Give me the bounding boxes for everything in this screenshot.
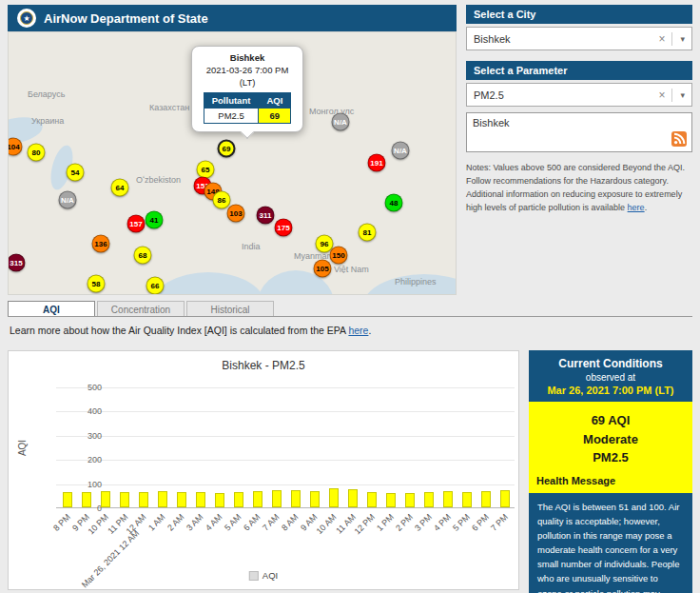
aqi-bar[interactable]: [424, 492, 434, 507]
map-country-label: Казахстан: [149, 103, 189, 112]
aqi-bar[interactable]: [348, 489, 358, 507]
map-aqi-marker[interactable]: 68: [134, 247, 152, 265]
map-aqi-marker[interactable]: 81: [359, 224, 377, 242]
x-axis-tick-label: 7 PM: [489, 512, 510, 533]
x-axis-tick-label: 9 PM: [70, 512, 91, 533]
learn-more-text: Learn more about how the Air Quality Ind…: [10, 325, 371, 336]
map-aqi-marker[interactable]: 54: [67, 164, 85, 182]
aqi-bar[interactable]: [500, 490, 510, 507]
aqi-bar[interactable]: [63, 492, 72, 507]
aqi-bar[interactable]: [234, 492, 243, 507]
aqi-bar[interactable]: [215, 493, 224, 507]
tab-historical[interactable]: Historical: [186, 301, 274, 317]
map-aqi-marker[interactable]: 315: [8, 254, 26, 272]
city-select-value: Bishkek: [474, 33, 511, 45]
map-popup: Bishkek 2021-03-26 7:00 PM (LT) Pollutan…: [191, 46, 303, 132]
city-feed-value: Bishkek: [473, 117, 510, 128]
clear-icon[interactable]: ×: [652, 89, 672, 102]
cc-observed-label: observed at: [533, 372, 689, 383]
map-aqi-marker[interactable]: 41: [146, 211, 164, 229]
aqi-bar[interactable]: [101, 491, 110, 507]
cc-title: Current Conditions: [533, 357, 689, 370]
x-axis-tick-label: 1 AM: [146, 512, 167, 533]
map-aqi-marker[interactable]: N/A: [392, 142, 410, 160]
map-aqi-marker[interactable]: 175: [275, 219, 293, 237]
x-axis-tick-label: 2 PM: [394, 512, 415, 533]
aqi-bar[interactable]: [386, 493, 396, 507]
aqi-bar[interactable]: [405, 493, 415, 507]
aqi-map[interactable]: БеларусьУкраинаКазахстанМонгол улсOʻzbek…: [8, 31, 457, 295]
aqi-bar[interactable]: [272, 490, 282, 507]
aqi-bar[interactable]: [82, 492, 91, 507]
legend-label: AQI: [262, 570, 278, 581]
clear-icon[interactable]: ×: [652, 32, 672, 46]
dos-seal-inner: ★: [20, 11, 33, 25]
x-axis-date-label: Mar 26, 2021 12 AM: [80, 528, 141, 589]
map-aqi-marker[interactable]: 69: [218, 140, 236, 158]
map-aqi-marker[interactable]: 48: [385, 194, 403, 212]
aqi-bar[interactable]: [139, 492, 148, 507]
map-aqi-marker[interactable]: 136: [92, 235, 110, 253]
map-aqi-marker[interactable]: 65: [197, 161, 215, 179]
notes-here-link[interactable]: here: [628, 203, 645, 212]
cc-health-header: Health Message: [536, 475, 685, 489]
x-axis-tick-label: 4 PM: [432, 512, 453, 533]
tab-aqi[interactable]: AQI: [8, 301, 95, 317]
popup-datetime: 2021-03-26 7:00 PM: [196, 65, 299, 77]
popup-table: Pollutant AQI PM2.5 69: [204, 92, 292, 124]
aqi-bar[interactable]: [158, 491, 167, 507]
parameter-select[interactable]: PM2.5 × ▾: [466, 83, 692, 107]
map-aqi-marker[interactable]: 58: [88, 275, 106, 293]
rss-icon[interactable]: [671, 131, 687, 147]
map-country-label: Việt Nam: [334, 265, 369, 274]
popup-timezone: (LT): [196, 77, 299, 89]
city-feed-box[interactable]: Bishkek: [466, 112, 692, 152]
app-title: AirNow Department of State: [44, 11, 208, 26]
aqi-bar[interactable]: [462, 492, 472, 507]
map-country-label: Монгол улс: [309, 107, 354, 116]
chevron-down-icon[interactable]: ▾: [672, 90, 685, 100]
cc-category: Moderate: [536, 430, 685, 449]
x-axis-tick-label: 4 AM: [204, 512, 224, 533]
aqi-bar[interactable]: [196, 492, 205, 507]
dos-seal-icon: ★: [17, 9, 36, 28]
chart-plot-area: 0100200300400500: [56, 387, 515, 508]
aqi-bar[interactable]: [291, 490, 301, 507]
aqi-bar[interactable]: [481, 491, 491, 507]
map-aqi-marker[interactable]: 66: [146, 277, 165, 295]
map-aqi-marker[interactable]: N/A: [59, 191, 77, 209]
map-aqi-marker[interactable]: 150: [330, 247, 348, 265]
gridline: [56, 484, 515, 485]
aqi-bar[interactable]: [329, 488, 339, 507]
aqi-bar[interactable]: [253, 491, 262, 507]
map-aqi-marker[interactable]: 80: [28, 144, 46, 162]
aqi-bar[interactable]: [367, 492, 377, 507]
x-axis-tick-label: 3 AM: [185, 512, 205, 533]
y-axis-tick-label: 500: [64, 383, 102, 392]
aqi-bar[interactable]: [120, 492, 129, 507]
aqi-bar[interactable]: [177, 492, 186, 507]
map-aqi-marker[interactable]: 157: [127, 215, 146, 233]
notes-text: Notes: Values above 500 are considered B…: [466, 162, 692, 215]
city-select[interactable]: Bishkek × ▾: [466, 27, 692, 50]
tab-concentration[interactable]: Concentration: [97, 301, 185, 317]
map-aqi-marker[interactable]: 103: [227, 205, 245, 223]
map-country-label: Oʻzbekiston: [136, 175, 181, 185]
aqi-chart: Bishkek - PM2.5 AQI 0100200300400500 8 P…: [8, 350, 519, 590]
chart-legend[interactable]: AQI: [249, 570, 278, 581]
current-conditions-header: Current Conditions observed at Mar 26, 2…: [529, 350, 692, 402]
map-aqi-marker[interactable]: 191: [368, 154, 386, 172]
map-aqi-marker[interactable]: 64: [111, 179, 129, 197]
x-axis-tick-label: 12 PM: [353, 512, 377, 536]
map-aqi-marker[interactable]: N/A: [332, 113, 350, 131]
popup-col-aqi: AQI: [259, 93, 291, 109]
aqi-bar[interactable]: [443, 491, 453, 507]
map-aqi-marker[interactable]: 311: [257, 207, 275, 225]
learn-more-here-link[interactable]: here: [348, 325, 368, 336]
aqi-bar[interactable]: [310, 491, 320, 507]
map-aqi-marker[interactable]: 104: [8, 138, 23, 156]
map-aqi-marker[interactable]: 86: [213, 191, 231, 209]
y-axis-tick-label: 400: [64, 406, 102, 416]
map-aqi-marker[interactable]: 105: [314, 260, 332, 278]
chevron-down-icon[interactable]: ▾: [672, 34, 685, 44]
